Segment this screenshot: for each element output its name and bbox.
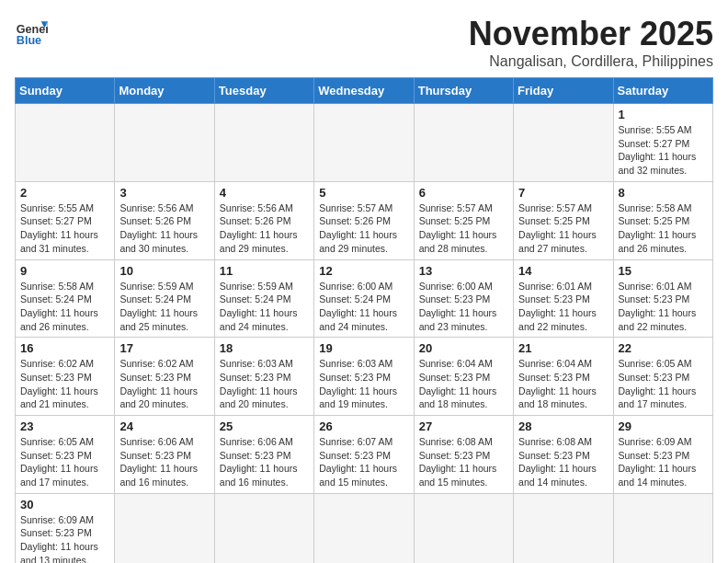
- day-number: 12: [319, 264, 408, 278]
- calendar-day-cell: [115, 104, 214, 182]
- calendar-day-cell: 9Sunrise: 5:58 AM Sunset: 5:24 PM Daylig…: [16, 259, 115, 338]
- calendar-day-cell: [214, 493, 313, 563]
- calendar-day-cell: 10Sunrise: 5:59 AM Sunset: 5:24 PM Dayli…: [115, 259, 214, 338]
- calendar-day-cell: 21Sunrise: 6:04 AM Sunset: 5:23 PM Dayli…: [514, 338, 613, 416]
- day-number: 26: [319, 419, 408, 433]
- calendar-day-cell: 3Sunrise: 5:56 AM Sunset: 5:26 PM Daylig…: [115, 181, 214, 259]
- title-section: November 2025 Nangalisan, Cordillera, Ph…: [469, 15, 713, 70]
- calendar-day-cell: 25Sunrise: 6:06 AM Sunset: 5:23 PM Dayli…: [214, 416, 313, 494]
- day-number: 24: [119, 419, 209, 433]
- day-number: 19: [319, 341, 408, 355]
- day-number: 27: [419, 419, 508, 433]
- calendar-day-cell: 20Sunrise: 6:04 AM Sunset: 5:23 PM Dayli…: [414, 338, 513, 416]
- calendar-day-cell: 29Sunrise: 6:09 AM Sunset: 5:23 PM Dayli…: [613, 416, 712, 494]
- logo: General Blue: [15, 15, 48, 48]
- day-number: 23: [20, 419, 109, 433]
- day-info: Sunrise: 6:09 AM Sunset: 5:23 PM Dayligh…: [20, 513, 109, 563]
- day-info: Sunrise: 5:58 AM Sunset: 5:24 PM Dayligh…: [20, 280, 109, 334]
- calendar-day-cell: 28Sunrise: 6:08 AM Sunset: 5:23 PM Dayli…: [514, 416, 613, 494]
- day-number: 6: [419, 186, 508, 200]
- calendar-day-cell: [16, 104, 115, 182]
- day-number: 3: [119, 186, 209, 200]
- day-number: 8: [619, 186, 708, 200]
- day-number: 5: [319, 186, 408, 200]
- day-info: Sunrise: 5:57 AM Sunset: 5:25 PM Dayligh…: [518, 201, 608, 256]
- calendar-day-cell: [414, 493, 513, 563]
- calendar-day-cell: 14Sunrise: 6:01 AM Sunset: 5:23 PM Dayli…: [514, 259, 613, 338]
- calendar-day-cell: 24Sunrise: 6:06 AM Sunset: 5:23 PM Dayli…: [115, 416, 214, 494]
- calendar-day-cell: 26Sunrise: 6:07 AM Sunset: 5:23 PM Dayli…: [314, 416, 414, 494]
- weekday-header-friday: Friday: [514, 78, 613, 104]
- day-info: Sunrise: 6:06 AM Sunset: 5:23 PM Dayligh…: [119, 435, 209, 489]
- day-number: 2: [20, 186, 109, 200]
- calendar-day-cell: [514, 104, 613, 182]
- logo-icon: General Blue: [15, 15, 48, 48]
- day-info: Sunrise: 6:02 AM Sunset: 5:23 PM Dayligh…: [20, 357, 109, 411]
- day-number: 28: [518, 419, 608, 433]
- calendar-day-cell: 6Sunrise: 5:57 AM Sunset: 5:25 PM Daylig…: [414, 181, 513, 259]
- day-info: Sunrise: 6:01 AM Sunset: 5:23 PM Dayligh…: [619, 280, 708, 334]
- day-number: 13: [419, 264, 508, 278]
- day-info: Sunrise: 6:04 AM Sunset: 5:23 PM Dayligh…: [518, 357, 608, 411]
- page-header: General Blue November 2025 Nangalisan, C…: [15, 15, 713, 70]
- day-number: 11: [220, 264, 309, 278]
- day-info: Sunrise: 5:59 AM Sunset: 5:24 PM Dayligh…: [220, 280, 309, 334]
- calendar-week-row: 1Sunrise: 5:55 AM Sunset: 5:27 PM Daylig…: [16, 104, 713, 182]
- calendar-week-row: 2Sunrise: 5:55 AM Sunset: 5:27 PM Daylig…: [16, 181, 713, 259]
- weekday-header-monday: Monday: [115, 78, 214, 104]
- calendar-week-row: 30Sunrise: 6:09 AM Sunset: 5:23 PM Dayli…: [16, 493, 713, 563]
- calendar-day-cell: 23Sunrise: 6:05 AM Sunset: 5:23 PM Dayli…: [16, 416, 115, 494]
- day-number: 29: [619, 419, 708, 433]
- day-number: 30: [20, 498, 109, 511]
- day-info: Sunrise: 6:02 AM Sunset: 5:23 PM Dayligh…: [119, 357, 209, 411]
- calendar-day-cell: [214, 104, 313, 182]
- day-info: Sunrise: 6:00 AM Sunset: 5:24 PM Dayligh…: [319, 280, 408, 334]
- weekday-header-row: SundayMondayTuesdayWednesdayThursdayFrid…: [16, 78, 713, 104]
- day-number: 25: [220, 419, 309, 433]
- calendar-day-cell: [514, 493, 613, 563]
- day-info: Sunrise: 5:57 AM Sunset: 5:26 PM Dayligh…: [319, 201, 408, 256]
- day-number: 14: [518, 264, 608, 278]
- day-info: Sunrise: 6:03 AM Sunset: 5:23 PM Dayligh…: [220, 357, 309, 411]
- day-info: Sunrise: 6:00 AM Sunset: 5:23 PM Dayligh…: [419, 280, 508, 334]
- calendar-day-cell: 1Sunrise: 5:55 AM Sunset: 5:27 PM Daylig…: [613, 104, 712, 182]
- day-info: Sunrise: 6:06 AM Sunset: 5:23 PM Dayligh…: [220, 435, 309, 489]
- day-number: 1: [619, 108, 708, 121]
- calendar-day-cell: 19Sunrise: 6:03 AM Sunset: 5:23 PM Dayli…: [314, 338, 414, 416]
- calendar-week-row: 9Sunrise: 5:58 AM Sunset: 5:24 PM Daylig…: [16, 259, 713, 338]
- day-number: 15: [619, 264, 708, 278]
- calendar-day-cell: [414, 104, 513, 182]
- day-info: Sunrise: 6:04 AM Sunset: 5:23 PM Dayligh…: [419, 357, 508, 411]
- calendar-day-cell: 2Sunrise: 5:55 AM Sunset: 5:27 PM Daylig…: [16, 181, 115, 259]
- day-number: 18: [220, 341, 309, 355]
- svg-text:Blue: Blue: [17, 34, 41, 47]
- day-info: Sunrise: 6:09 AM Sunset: 5:23 PM Dayligh…: [619, 435, 708, 489]
- weekday-header-saturday: Saturday: [613, 78, 712, 104]
- calendar-day-cell: 12Sunrise: 6:00 AM Sunset: 5:24 PM Dayli…: [314, 259, 414, 338]
- calendar-day-cell: 17Sunrise: 6:02 AM Sunset: 5:23 PM Dayli…: [115, 338, 214, 416]
- day-info: Sunrise: 5:56 AM Sunset: 5:26 PM Dayligh…: [119, 201, 209, 256]
- calendar-day-cell: [115, 493, 214, 563]
- day-info: Sunrise: 6:07 AM Sunset: 5:23 PM Dayligh…: [319, 435, 408, 489]
- day-info: Sunrise: 6:01 AM Sunset: 5:23 PM Dayligh…: [518, 280, 608, 334]
- day-info: Sunrise: 5:57 AM Sunset: 5:25 PM Dayligh…: [419, 201, 508, 256]
- calendar-day-cell: 16Sunrise: 6:02 AM Sunset: 5:23 PM Dayli…: [16, 338, 115, 416]
- month-title: November 2025: [469, 15, 713, 53]
- day-number: 17: [119, 341, 209, 355]
- day-info: Sunrise: 6:03 AM Sunset: 5:23 PM Dayligh…: [319, 357, 408, 411]
- day-info: Sunrise: 6:05 AM Sunset: 5:23 PM Dayligh…: [20, 435, 109, 489]
- day-number: 7: [518, 186, 608, 200]
- calendar-day-cell: 11Sunrise: 5:59 AM Sunset: 5:24 PM Dayli…: [214, 259, 313, 338]
- calendar-day-cell: 18Sunrise: 6:03 AM Sunset: 5:23 PM Dayli…: [214, 338, 313, 416]
- weekday-header-wednesday: Wednesday: [314, 78, 414, 104]
- day-info: Sunrise: 5:55 AM Sunset: 5:27 PM Dayligh…: [20, 201, 109, 256]
- calendar-day-cell: [613, 493, 712, 563]
- day-number: 16: [20, 341, 109, 355]
- day-info: Sunrise: 5:58 AM Sunset: 5:25 PM Dayligh…: [619, 201, 708, 256]
- calendar-day-cell: 4Sunrise: 5:56 AM Sunset: 5:26 PM Daylig…: [214, 181, 313, 259]
- day-number: 22: [619, 341, 708, 355]
- weekday-header-sunday: Sunday: [16, 78, 115, 104]
- calendar-week-row: 23Sunrise: 6:05 AM Sunset: 5:23 PM Dayli…: [16, 416, 713, 494]
- day-info: Sunrise: 5:56 AM Sunset: 5:26 PM Dayligh…: [220, 201, 309, 256]
- weekday-header-tuesday: Tuesday: [214, 78, 313, 104]
